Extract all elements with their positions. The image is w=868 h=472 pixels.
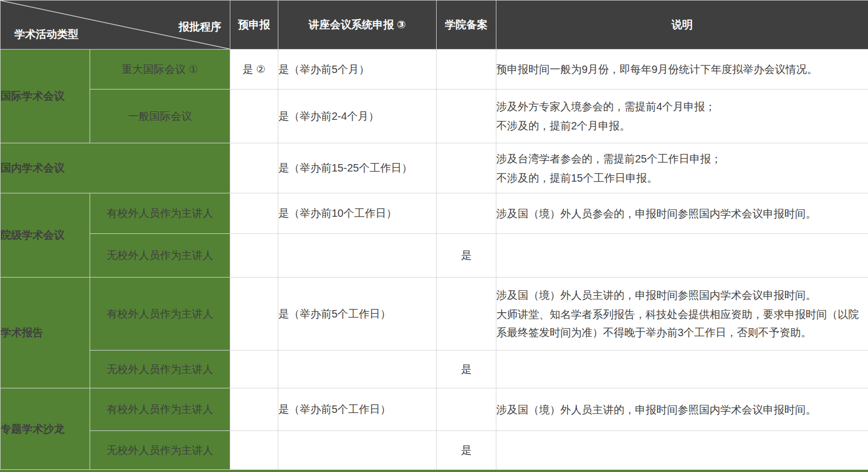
note-line: 涉及外方专家入境参会的，需提前4个月申报； [496,97,868,116]
note-cell [496,234,868,278]
note-cell: 涉及台湾学者参会的，需提前25个工作日申报； 不涉及的，提前15个工作日申报。 [496,143,868,193]
system-application-cell: 是（举办前15-25个工作日） [278,143,437,193]
note-line: 涉及国（境）外人员主讲的，申报时间参照国内学术会议申报时间。 [496,401,868,419]
college-filing-cell: 是 [437,431,496,470]
system-application-cell [278,351,437,388]
college-filing-cell: 是 [437,234,496,278]
pre-application-cell [230,193,278,234]
corner-label-activity-type: 学术活动类型 [14,27,78,42]
note-line: 大师讲堂、知名学者系列报告，科技处会提供相应资助，要求申报时间（以院系最终签发时… [496,305,868,341]
table-row: 无校外人员作为主讲人 是 [1,234,868,278]
system-application-cell [278,431,437,470]
header-pre-application: 预申报 [230,1,278,50]
pre-application-cell [230,278,278,351]
table-row: 专题学术沙龙 有校外人员作为主讲人 是（举办前5个工作日） 涉及国（境）外人员主… [1,388,868,431]
category-cell-academic-salon: 专题学术沙龙 [1,388,90,470]
subcategory-cell: 一般国际会议 [90,89,230,143]
note-cell: 涉及国（境）外人员主讲的，申报时间参照国内学术会议申报时间。 大师讲堂、知名学者… [496,278,868,351]
approval-procedure-table: 报批程序 学术活动类型 预申报 讲座会议系统申报 ③ 学院备案 说明 国际学术会… [0,0,868,470]
approval-procedure-page: 报批程序 学术活动类型 预申报 讲座会议系统申报 ③ 学院备案 说明 国际学术会… [0,0,868,472]
subcategory-cell: 无校外人员作为主讲人 [90,351,230,388]
subcategory-cell: 有校外人员作为主讲人 [90,388,230,431]
note-cell: 涉及外方专家入境参会的，需提前4个月申报； 不涉及的，提前2个月申报。 [496,89,868,143]
college-filing-cell [437,193,496,234]
note-cell: 预申报时间一般为9月份，即每年9月份统计下年度拟举办会议情况。 [496,50,868,89]
subcategory-cell: 有校外人员作为主讲人 [90,278,230,351]
note-cell [496,431,868,470]
table-row: 院级学术会议 有校外人员作为主讲人 是（举办前10个工作日） 涉及国（境）外人员… [1,193,868,234]
subcategory-cell: 有校外人员作为主讲人 [90,193,230,234]
pre-application-cell [230,143,278,193]
table-bottom-edge [0,470,868,472]
subcategory-cell: 无校外人员作为主讲人 [90,431,230,470]
pre-application-cell [230,234,278,278]
college-filing-cell: 是 [437,351,496,388]
header-row: 报批程序 学术活动类型 预申报 讲座会议系统申报 ③ 学院备案 说明 [1,1,868,50]
note-line: 涉及台湾学者参会的，需提前25个工作日申报； [496,150,868,168]
note-line: 预申报时间一般为9月份，即每年9月份统计下年度拟举办会议情况。 [496,60,868,78]
subcategory-cell: 重大国际会议 ① [90,50,230,89]
table-row: 国际学术会议 重大国际会议 ① 是 ② 是（举办前5个月） 预申报时间一般为9月… [1,50,868,89]
pre-application-cell: 是 ② [230,50,278,89]
system-application-cell: 是（举办前5个月） [278,50,437,89]
note-cell: 涉及国（境）外人员主讲的，申报时间参照国内学术会议申报时间。 [496,388,868,431]
table-row: 国内学术会议 是（举办前15-25个工作日） 涉及台湾学者参会的，需提前25个工… [1,143,868,193]
college-filing-cell [437,388,496,431]
header-system-application: 讲座会议系统申报 ③ [278,1,437,50]
system-application-cell: 是（举办前10个工作日） [278,193,437,234]
pre-application-cell [230,431,278,470]
corner-header-cell: 报批程序 学术活动类型 [1,1,230,50]
system-application-cell: 是（举办前5个工作日） [278,278,437,351]
system-application-cell: 是（举办前5个工作日） [278,388,437,431]
college-filing-cell [437,89,496,143]
table-row: 学术报告 有校外人员作为主讲人 是（举办前5个工作日） 涉及国（境）外人员主讲的… [1,278,868,351]
header-college-filing: 学院备案 [437,1,496,50]
table-row: 一般国际会议 是（举办前2-4个月） 涉及外方专家入境参会的，需提前4个月申报；… [1,89,868,143]
header-notes: 说明 [496,1,868,50]
college-filing-cell [437,278,496,351]
category-cell-domestic: 国内学术会议 [1,143,230,193]
note-line: 不涉及的，提前2个月申报。 [496,117,868,135]
pre-application-cell [230,351,278,388]
category-cell-academic-report: 学术报告 [1,278,90,388]
table-row: 无校外人员作为主讲人 是 [1,351,868,388]
college-filing-cell [437,50,496,89]
table-row: 无校外人员作为主讲人 是 [1,431,868,470]
pre-application-cell [230,89,278,143]
note-line: 涉及国（境）外人员主讲的，申报时间参照国内学术会议申报时间。 [496,286,868,304]
corner-label-procedure: 报批程序 [179,20,221,34]
category-cell-college-level: 院级学术会议 [1,193,90,278]
subcategory-cell: 无校外人员作为主讲人 [90,234,230,278]
note-cell: 涉及国（境）外人员参会的，申报时间参照国内学术会议申报时间。 [496,193,868,234]
note-line: 不涉及的，提前15个工作日申报。 [496,169,868,187]
system-application-cell [278,234,437,278]
category-cell-international: 国际学术会议 [1,50,90,143]
college-filing-cell [437,143,496,193]
system-application-cell: 是（举办前2-4个月） [278,89,437,143]
note-cell [496,351,868,388]
pre-application-cell [230,388,278,431]
note-line: 涉及国（境）外人员参会的，申报时间参照国内学术会议申报时间。 [496,205,868,223]
